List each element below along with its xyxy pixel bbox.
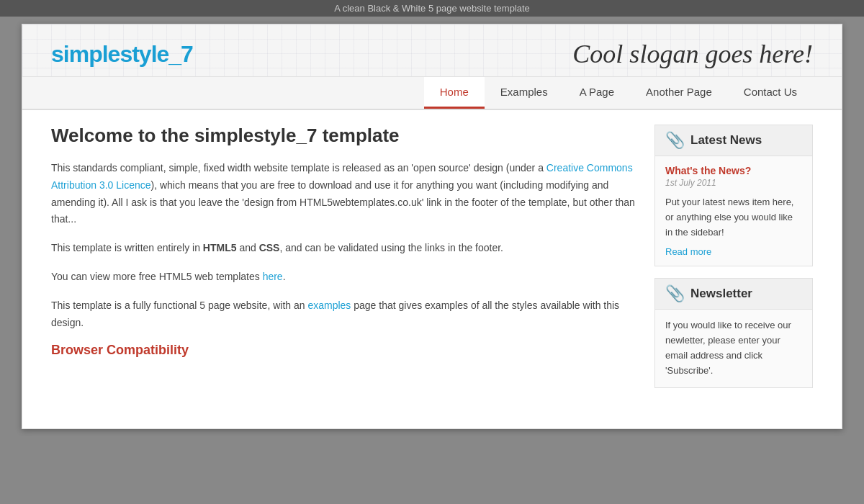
main-card: simplestyle_7 Cool slogan goes here! Hom…	[22, 24, 842, 429]
para4-before: This template is a fully functional 5 pa…	[51, 300, 307, 311]
content-area: Welcome to the simplestyle_7 template Th…	[22, 110, 842, 414]
main-para1: This standards compliant, simple, fixed …	[51, 160, 640, 228]
site-slogan: Cool slogan goes here!	[572, 39, 813, 69]
examples-link[interactable]: examples	[307, 300, 351, 311]
para2-html5: HTML5	[203, 242, 237, 253]
site-nav: Home Examples A Page Another Page Contac…	[22, 77, 842, 110]
top-bar: A clean Black & White 5 page website tem…	[0, 0, 864, 17]
site-header: simplestyle_7 Cool slogan goes here!	[22, 24, 842, 77]
newsletter-title: Newsletter	[690, 287, 752, 301]
main-para4: This template is a fully functional 5 pa…	[51, 297, 640, 332]
news-item-text: Put your latest news item here, or anyth…	[665, 195, 802, 240]
top-bar-text: A clean Black & White 5 page website tem…	[334, 3, 530, 14]
para3-after: .	[283, 271, 286, 282]
main-heading: Welcome to the simplestyle_7 template	[51, 125, 640, 147]
logo-prefix: simplestyle	[51, 41, 168, 67]
news-item-title[interactable]: What's the News?	[665, 165, 802, 176]
nav-tab-anotherpage[interactable]: Another Page	[630, 77, 728, 109]
latest-news-header: 📎 Latest News	[655, 125, 812, 156]
para2-before: This template is written entirely in	[51, 242, 203, 253]
site-logo: simplestyle_7	[51, 41, 193, 68]
para2-after: , and can be validated using the links i…	[279, 242, 503, 253]
here-link[interactable]: here	[263, 271, 283, 282]
newsletter-header: 📎 Newsletter	[655, 279, 812, 310]
para1-before: This standards compliant, simple, fixed …	[51, 162, 546, 174]
newsletter-text: If you would like to receive our newlett…	[665, 318, 802, 378]
para2-css: CSS	[259, 242, 280, 253]
newsletter-widget: 📎 Newsletter If you would like to receiv…	[654, 278, 813, 387]
main-content: Welcome to the simplestyle_7 template Th…	[51, 125, 640, 400]
paperclip-icon-2: 📎	[665, 286, 685, 302]
news-item-date: 1st July 2011	[665, 178, 802, 188]
nav-tab-home[interactable]: Home	[424, 77, 485, 109]
browser-compat-heading: Browser Compatibility	[51, 343, 640, 358]
latest-news-title: Latest News	[690, 133, 762, 148]
nav-tab-apage[interactable]: A Page	[564, 77, 630, 109]
latest-news-body: What's the News? 1st July 2011 Put your …	[655, 156, 812, 266]
latest-news-widget: 📎 Latest News What's the News? 1st July …	[654, 125, 813, 266]
main-para2: This template is written entirely in HTM…	[51, 240, 640, 257]
main-para3: You can view more free HTML5 web templat…	[51, 269, 640, 286]
nav-tab-examples[interactable]: Examples	[485, 77, 564, 109]
sidebar: 📎 Latest News What's the News? 1st July …	[654, 125, 813, 400]
newsletter-body: If you would like to receive our newlett…	[655, 310, 812, 387]
paperclip-icon: 📎	[665, 132, 685, 148]
logo-suffix: _7	[168, 41, 193, 67]
para3-before: You can view more free HTML5 web templat…	[51, 271, 263, 282]
read-more-link[interactable]: Read more	[665, 246, 711, 257]
nav-tab-contactus[interactable]: Contact Us	[728, 77, 813, 109]
para2-mid: and	[237, 242, 259, 253]
